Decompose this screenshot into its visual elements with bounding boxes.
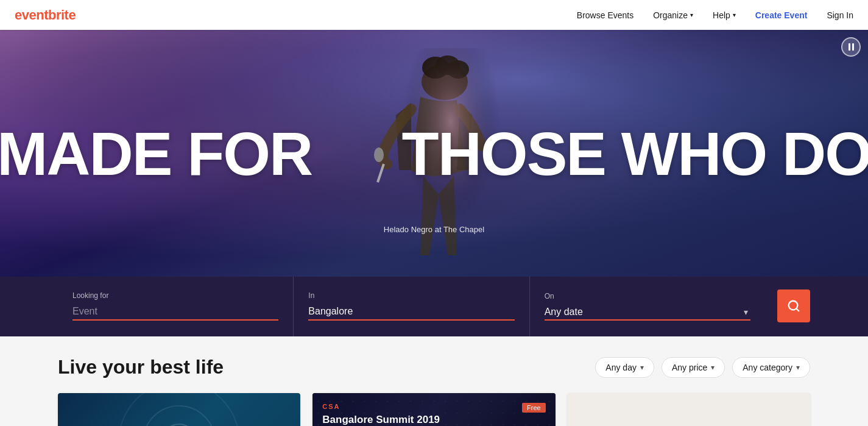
nav-links: Browse Events Organize ▾ Help ▾ Create E… <box>577 10 853 21</box>
search-icon <box>787 299 800 313</box>
nav-item-organize[interactable]: Organize ▾ <box>653 10 693 20</box>
logo[interactable]: eventbrite <box>15 7 76 23</box>
hero-background <box>0 30 868 277</box>
event-card-2-image: CSA Bangalore Summit 2019 Free 9 Septemb… <box>312 393 555 426</box>
event-search-input[interactable] <box>72 304 278 321</box>
event-card-2[interactable]: CSA Bangalore Summit 2019 Free 9 Septemb… <box>312 393 555 426</box>
main-content: Live your best life Any day ▾ Any price … <box>0 336 868 426</box>
price-chevron-icon: ▾ <box>711 363 715 372</box>
date-select[interactable]: Any date Today Tomorrow This weekend Thi… <box>545 304 750 321</box>
help-chevron-icon: ▾ <box>733 12 736 18</box>
organize-chevron-icon: ▾ <box>690 12 693 18</box>
csa-event-title: Bangalore Summit 2019 <box>322 414 545 426</box>
day-filter-pill[interactable]: Any day ▾ <box>595 357 654 378</box>
on-label: On <box>545 292 750 300</box>
create-event-link[interactable]: Create Event <box>755 10 808 20</box>
section-header: Live your best life Any day ▾ Any price … <box>58 356 810 378</box>
price-filter-label: Any price <box>672 363 707 372</box>
price-filter-pill[interactable]: Any price ▾ <box>662 357 725 378</box>
category-filter-pill[interactable]: Any category ▾ <box>732 357 810 378</box>
tell-us-card[interactable]: Tell us what you love We'll find event r… <box>568 393 810 426</box>
date-select-wrap: Any date Today Tomorrow This weekend Thi… <box>545 304 750 321</box>
csa-label: CSA <box>322 403 545 410</box>
day-chevron-icon: ▾ <box>640 363 644 372</box>
help-link[interactable]: Help ▾ <box>713 10 736 20</box>
browse-events-link[interactable]: Browse Events <box>577 10 633 20</box>
logo-text: eventbrite <box>15 7 76 23</box>
events-grid: CSA Bangalore Summit 2019 Free 9 Septemb… <box>58 393 810 426</box>
navbar: eventbrite Browse Events Organize ▾ Help… <box>0 0 868 30</box>
search-location-field: In <box>294 275 529 336</box>
csa-free-badge: Free <box>522 403 546 413</box>
day-filter-label: Any day <box>605 363 637 372</box>
hero-section: MADE FOR THOSE WHO DO Helado Negro at Th… <box>0 30 868 277</box>
nav-item-signin[interactable]: Sign In <box>827 10 853 21</box>
section-title: Live your best life <box>58 356 224 378</box>
hero-pause-button[interactable] <box>841 37 861 57</box>
filter-pills: Any day ▾ Any price ▾ Any category ▾ <box>595 357 810 378</box>
organize-link[interactable]: Organize ▾ <box>653 10 693 20</box>
nav-item-browse[interactable]: Browse Events <box>577 10 633 21</box>
search-date-field: On Any date Today Tomorrow This weekend … <box>530 275 765 336</box>
looking-for-label: Looking for <box>72 291 278 300</box>
pause-icon <box>849 43 854 51</box>
event-card-1-image <box>58 393 300 426</box>
in-label: In <box>308 291 514 300</box>
sign-in-link[interactable]: Sign In <box>827 10 853 20</box>
nav-item-create[interactable]: Create Event <box>755 10 808 21</box>
search-bar: Looking for In On Any date Today Tomorro… <box>0 275 868 336</box>
nav-item-help[interactable]: Help ▾ <box>713 10 736 20</box>
event-card-1[interactable] <box>58 393 300 426</box>
hero-caption: Helado Negro at The Chapel <box>384 225 484 234</box>
search-event-field: Looking for <box>58 275 294 336</box>
category-chevron-icon: ▾ <box>796 363 800 372</box>
search-button[interactable] <box>777 289 810 322</box>
csa-title-area: CSA Bangalore Summit 2019 Free <box>322 403 545 426</box>
svg-line-10 <box>796 308 799 311</box>
location-input[interactable] <box>308 304 514 321</box>
category-filter-label: Any category <box>743 363 792 372</box>
